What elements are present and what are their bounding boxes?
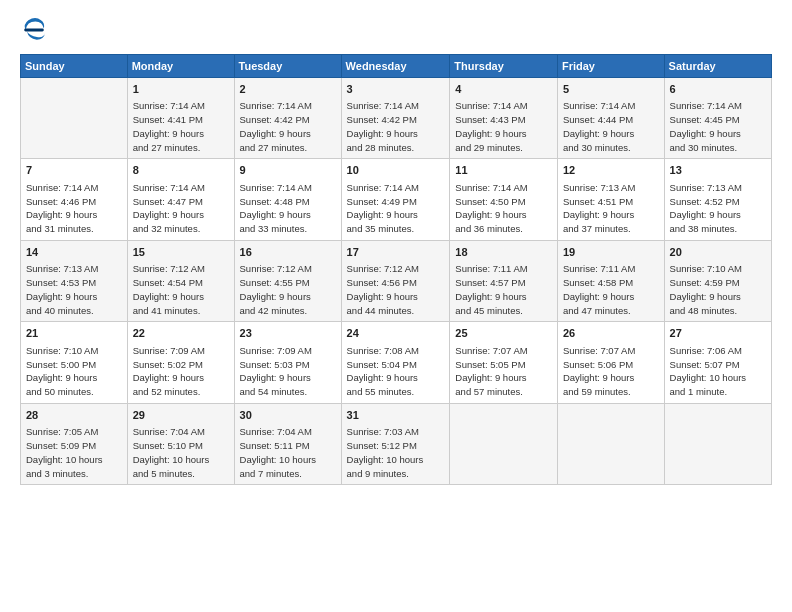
- calendar-cell: 27Sunrise: 7:06 AM Sunset: 5:07 PM Dayli…: [664, 322, 771, 403]
- day-info: Sunrise: 7:14 AM Sunset: 4:47 PM Dayligh…: [133, 181, 229, 236]
- day-info: Sunrise: 7:11 AM Sunset: 4:57 PM Dayligh…: [455, 262, 552, 317]
- day-info: Sunrise: 7:14 AM Sunset: 4:42 PM Dayligh…: [347, 99, 445, 154]
- calendar-week-row: 28Sunrise: 7:05 AM Sunset: 5:09 PM Dayli…: [21, 403, 772, 484]
- calendar-cell: 6Sunrise: 7:14 AM Sunset: 4:45 PM Daylig…: [664, 78, 771, 159]
- day-info: Sunrise: 7:14 AM Sunset: 4:43 PM Dayligh…: [455, 99, 552, 154]
- day-info: Sunrise: 7:14 AM Sunset: 4:41 PM Dayligh…: [133, 99, 229, 154]
- day-number: 26: [563, 326, 659, 341]
- col-header-sunday: Sunday: [21, 55, 128, 78]
- logo-icon: [20, 16, 48, 44]
- day-number: 29: [133, 408, 229, 423]
- day-number: 24: [347, 326, 445, 341]
- day-number: 8: [133, 163, 229, 178]
- day-number: 2: [240, 82, 336, 97]
- day-info: Sunrise: 7:05 AM Sunset: 5:09 PM Dayligh…: [26, 425, 122, 480]
- day-number: 19: [563, 245, 659, 260]
- day-info: Sunrise: 7:07 AM Sunset: 5:05 PM Dayligh…: [455, 344, 552, 399]
- day-info: Sunrise: 7:09 AM Sunset: 5:03 PM Dayligh…: [240, 344, 336, 399]
- day-number: 23: [240, 326, 336, 341]
- day-info: Sunrise: 7:08 AM Sunset: 5:04 PM Dayligh…: [347, 344, 445, 399]
- calendar-cell: [21, 78, 128, 159]
- calendar-cell: 21Sunrise: 7:10 AM Sunset: 5:00 PM Dayli…: [21, 322, 128, 403]
- calendar-cell: 22Sunrise: 7:09 AM Sunset: 5:02 PM Dayli…: [127, 322, 234, 403]
- day-info: Sunrise: 7:13 AM Sunset: 4:53 PM Dayligh…: [26, 262, 122, 317]
- calendar-cell: 25Sunrise: 7:07 AM Sunset: 5:05 PM Dayli…: [450, 322, 558, 403]
- day-info: Sunrise: 7:12 AM Sunset: 4:56 PM Dayligh…: [347, 262, 445, 317]
- day-info: Sunrise: 7:14 AM Sunset: 4:49 PM Dayligh…: [347, 181, 445, 236]
- calendar-cell: 18Sunrise: 7:11 AM Sunset: 4:57 PM Dayli…: [450, 240, 558, 321]
- day-info: Sunrise: 7:13 AM Sunset: 4:52 PM Dayligh…: [670, 181, 766, 236]
- calendar-cell: 10Sunrise: 7:14 AM Sunset: 4:49 PM Dayli…: [341, 159, 450, 240]
- day-number: 17: [347, 245, 445, 260]
- day-number: 7: [26, 163, 122, 178]
- calendar-cell: 16Sunrise: 7:12 AM Sunset: 4:55 PM Dayli…: [234, 240, 341, 321]
- col-header-monday: Monday: [127, 55, 234, 78]
- day-number: 12: [563, 163, 659, 178]
- calendar-cell: 12Sunrise: 7:13 AM Sunset: 4:51 PM Dayli…: [557, 159, 664, 240]
- calendar-cell: 24Sunrise: 7:08 AM Sunset: 5:04 PM Dayli…: [341, 322, 450, 403]
- day-info: Sunrise: 7:09 AM Sunset: 5:02 PM Dayligh…: [133, 344, 229, 399]
- day-number: 31: [347, 408, 445, 423]
- day-number: 10: [347, 163, 445, 178]
- calendar-cell: 11Sunrise: 7:14 AM Sunset: 4:50 PM Dayli…: [450, 159, 558, 240]
- calendar-cell: 19Sunrise: 7:11 AM Sunset: 4:58 PM Dayli…: [557, 240, 664, 321]
- day-info: Sunrise: 7:06 AM Sunset: 5:07 PM Dayligh…: [670, 344, 766, 399]
- day-info: Sunrise: 7:11 AM Sunset: 4:58 PM Dayligh…: [563, 262, 659, 317]
- day-info: Sunrise: 7:14 AM Sunset: 4:48 PM Dayligh…: [240, 181, 336, 236]
- day-number: 21: [26, 326, 122, 341]
- day-number: 22: [133, 326, 229, 341]
- calendar-header-row: SundayMondayTuesdayWednesdayThursdayFrid…: [21, 55, 772, 78]
- day-number: 20: [670, 245, 766, 260]
- calendar-week-row: 21Sunrise: 7:10 AM Sunset: 5:00 PM Dayli…: [21, 322, 772, 403]
- calendar-cell: 17Sunrise: 7:12 AM Sunset: 4:56 PM Dayli…: [341, 240, 450, 321]
- calendar-cell: 31Sunrise: 7:03 AM Sunset: 5:12 PM Dayli…: [341, 403, 450, 484]
- day-info: Sunrise: 7:03 AM Sunset: 5:12 PM Dayligh…: [347, 425, 445, 480]
- svg-rect-0: [24, 29, 44, 32]
- calendar-cell: 26Sunrise: 7:07 AM Sunset: 5:06 PM Dayli…: [557, 322, 664, 403]
- day-number: 14: [26, 245, 122, 260]
- day-info: Sunrise: 7:14 AM Sunset: 4:50 PM Dayligh…: [455, 181, 552, 236]
- day-number: 15: [133, 245, 229, 260]
- day-number: 25: [455, 326, 552, 341]
- day-number: 11: [455, 163, 552, 178]
- col-header-wednesday: Wednesday: [341, 55, 450, 78]
- col-header-friday: Friday: [557, 55, 664, 78]
- day-info: Sunrise: 7:10 AM Sunset: 5:00 PM Dayligh…: [26, 344, 122, 399]
- col-header-saturday: Saturday: [664, 55, 771, 78]
- calendar-cell: 2Sunrise: 7:14 AM Sunset: 4:42 PM Daylig…: [234, 78, 341, 159]
- header: [20, 16, 772, 44]
- calendar-cell: 28Sunrise: 7:05 AM Sunset: 5:09 PM Dayli…: [21, 403, 128, 484]
- calendar-cell: 7Sunrise: 7:14 AM Sunset: 4:46 PM Daylig…: [21, 159, 128, 240]
- calendar-cell: 20Sunrise: 7:10 AM Sunset: 4:59 PM Dayli…: [664, 240, 771, 321]
- day-info: Sunrise: 7:07 AM Sunset: 5:06 PM Dayligh…: [563, 344, 659, 399]
- day-number: 13: [670, 163, 766, 178]
- calendar-cell: 8Sunrise: 7:14 AM Sunset: 4:47 PM Daylig…: [127, 159, 234, 240]
- logo: [20, 16, 52, 44]
- day-info: Sunrise: 7:04 AM Sunset: 5:10 PM Dayligh…: [133, 425, 229, 480]
- calendar-cell: 4Sunrise: 7:14 AM Sunset: 4:43 PM Daylig…: [450, 78, 558, 159]
- day-info: Sunrise: 7:04 AM Sunset: 5:11 PM Dayligh…: [240, 425, 336, 480]
- calendar-cell: [450, 403, 558, 484]
- calendar-cell: 5Sunrise: 7:14 AM Sunset: 4:44 PM Daylig…: [557, 78, 664, 159]
- day-info: Sunrise: 7:14 AM Sunset: 4:46 PM Dayligh…: [26, 181, 122, 236]
- day-info: Sunrise: 7:13 AM Sunset: 4:51 PM Dayligh…: [563, 181, 659, 236]
- col-header-tuesday: Tuesday: [234, 55, 341, 78]
- day-info: Sunrise: 7:10 AM Sunset: 4:59 PM Dayligh…: [670, 262, 766, 317]
- calendar-cell: 1Sunrise: 7:14 AM Sunset: 4:41 PM Daylig…: [127, 78, 234, 159]
- day-info: Sunrise: 7:14 AM Sunset: 4:42 PM Dayligh…: [240, 99, 336, 154]
- calendar-cell: 30Sunrise: 7:04 AM Sunset: 5:11 PM Dayli…: [234, 403, 341, 484]
- day-number: 16: [240, 245, 336, 260]
- day-number: 30: [240, 408, 336, 423]
- day-info: Sunrise: 7:14 AM Sunset: 4:45 PM Dayligh…: [670, 99, 766, 154]
- calendar-week-row: 7Sunrise: 7:14 AM Sunset: 4:46 PM Daylig…: [21, 159, 772, 240]
- calendar-cell: 9Sunrise: 7:14 AM Sunset: 4:48 PM Daylig…: [234, 159, 341, 240]
- calendar-cell: 15Sunrise: 7:12 AM Sunset: 4:54 PM Dayli…: [127, 240, 234, 321]
- day-number: 18: [455, 245, 552, 260]
- calendar-cell: 3Sunrise: 7:14 AM Sunset: 4:42 PM Daylig…: [341, 78, 450, 159]
- col-header-thursday: Thursday: [450, 55, 558, 78]
- calendar-cell: [664, 403, 771, 484]
- calendar-week-row: 1Sunrise: 7:14 AM Sunset: 4:41 PM Daylig…: [21, 78, 772, 159]
- day-number: 5: [563, 82, 659, 97]
- day-info: Sunrise: 7:12 AM Sunset: 4:55 PM Dayligh…: [240, 262, 336, 317]
- calendar-table: SundayMondayTuesdayWednesdayThursdayFrid…: [20, 54, 772, 485]
